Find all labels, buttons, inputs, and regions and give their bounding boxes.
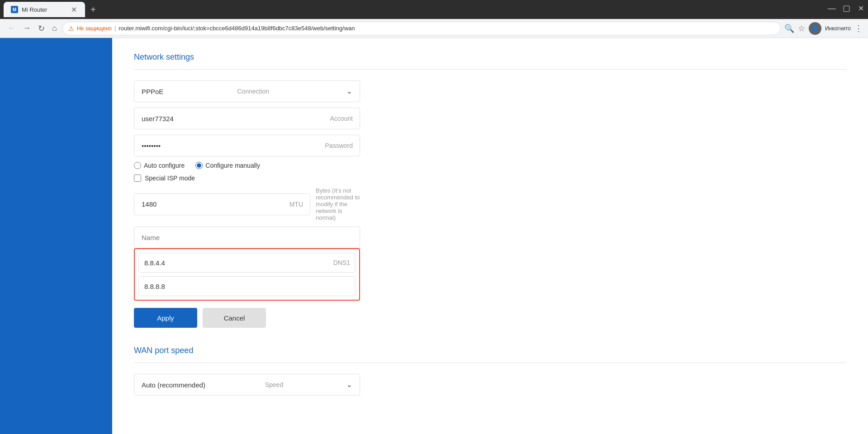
dns1-input[interactable] bbox=[138, 253, 356, 273]
mtu-field: MTU bbox=[134, 193, 310, 215]
separator: | bbox=[114, 25, 116, 32]
profile-icon: 👤 bbox=[811, 25, 818, 32]
wan-port-speed-section: WAN port speed Auto (recommended) Speed … bbox=[134, 346, 846, 396]
wan-section-divider bbox=[134, 363, 846, 363]
speed-value: Auto (recommended) bbox=[142, 381, 205, 389]
speed-dropdown[interactable]: Auto (recommended) Speed ⌄ bbox=[134, 374, 360, 396]
network-settings-title: Network settings bbox=[134, 52, 846, 62]
action-buttons: Apply Cancel bbox=[134, 308, 360, 328]
connection-label: Connection bbox=[237, 88, 269, 95]
close-button[interactable]: ✕ bbox=[857, 5, 864, 12]
password-input[interactable] bbox=[134, 135, 360, 156]
speed-chevron-icon: ⌄ bbox=[346, 381, 352, 389]
auto-configure-radio[interactable] bbox=[134, 162, 141, 169]
auto-configure-option[interactable]: Auto configure bbox=[134, 162, 185, 169]
speed-label: Speed bbox=[265, 381, 283, 388]
address-bar[interactable]: ⚠ Не защищено | router.miwifi.com/cgi-bi… bbox=[62, 22, 781, 35]
tab-favicon: M bbox=[11, 6, 18, 13]
special-isp-checkbox[interactable] bbox=[134, 175, 141, 182]
not-secure-label: Не защищено bbox=[77, 25, 112, 32]
special-isp-label: Special ISP mode bbox=[145, 175, 195, 182]
configure-manually-radio[interactable] bbox=[195, 162, 203, 169]
special-isp-option[interactable]: Special ISP mode bbox=[134, 175, 360, 182]
connection-type-value: PPPoE bbox=[142, 88, 163, 95]
wan-form: Auto (recommended) Speed ⌄ bbox=[134, 374, 360, 396]
minimize-button[interactable]: — bbox=[828, 5, 835, 12]
form-container: PPPoE Connection ⌄ Account Password Auto… bbox=[134, 80, 360, 248]
back-button[interactable]: ← bbox=[5, 22, 17, 35]
name-input[interactable] bbox=[134, 226, 360, 248]
main-layout: Network settings PPPoE Connection ⌄ Acco… bbox=[0, 38, 868, 434]
bookmark-icon[interactable]: ☆ bbox=[798, 24, 805, 33]
sidebar bbox=[0, 38, 112, 434]
address-bar-icons: 🔍 ☆ 👤 Инкогнито ⋮ bbox=[784, 22, 863, 35]
maximize-button[interactable]: ▢ bbox=[843, 5, 850, 12]
active-tab[interactable]: M Mi Router ✕ bbox=[4, 2, 85, 17]
url-display: router.miwifi.com/cgi-bin/luci/;stok=cbc… bbox=[119, 25, 355, 32]
apply-button[interactable]: Apply bbox=[134, 308, 197, 328]
configure-radio-group: Auto configure Configure manually bbox=[134, 162, 360, 169]
mtu-note: Bytes (It's not recommended to modify if… bbox=[316, 187, 360, 221]
account-field: Account bbox=[134, 108, 360, 129]
section-divider bbox=[134, 69, 846, 70]
not-secure-icon: ⚠ bbox=[68, 25, 74, 32]
home-button[interactable]: ⌂ bbox=[50, 22, 59, 35]
tab-title: Mi Router bbox=[22, 6, 66, 13]
reload-button[interactable]: ↻ bbox=[36, 22, 47, 35]
forward-button[interactable]: → bbox=[21, 22, 33, 35]
dns2-input[interactable] bbox=[138, 276, 356, 296]
search-icon[interactable]: 🔍 bbox=[784, 24, 794, 33]
configure-manually-label: Configure manually bbox=[205, 162, 260, 169]
mtu-row: MTU Bytes (It's not recommended to modif… bbox=[134, 187, 360, 221]
auto-configure-label: Auto configure bbox=[144, 162, 185, 169]
tab-bar: M Mi Router ✕ + bbox=[4, 2, 864, 17]
name-field bbox=[134, 226, 360, 248]
configure-manually-option[interactable]: Configure manually bbox=[195, 162, 260, 169]
incognito-label: Инкогнито bbox=[825, 25, 851, 32]
content-area: Network settings PPPoE Connection ⌄ Acco… bbox=[112, 38, 868, 434]
password-field: Password bbox=[134, 135, 360, 156]
connection-dropdown[interactable]: PPPoE Connection ⌄ bbox=[134, 80, 360, 102]
wan-port-speed-title: WAN port speed bbox=[134, 346, 846, 355]
dropdown-chevron-icon: ⌄ bbox=[346, 87, 352, 95]
dns2-field bbox=[138, 276, 356, 296]
menu-button[interactable]: ⋮ bbox=[854, 24, 863, 33]
cancel-button[interactable]: Cancel bbox=[203, 308, 266, 328]
browser-chrome: M Mi Router ✕ + — ▢ ✕ bbox=[0, 0, 868, 19]
profile-button[interactable]: 👤 bbox=[809, 22, 821, 35]
dns1-field: DNS1 bbox=[138, 253, 356, 273]
account-input[interactable] bbox=[134, 108, 360, 129]
mtu-input[interactable] bbox=[134, 193, 310, 215]
dns-section: DNS1 bbox=[134, 248, 360, 301]
tab-close-button[interactable]: ✕ bbox=[70, 5, 78, 15]
new-tab-button[interactable]: + bbox=[87, 3, 100, 17]
address-bar-row: ← → ↻ ⌂ ⚠ Не защищено | router.miwifi.co… bbox=[0, 19, 868, 38]
